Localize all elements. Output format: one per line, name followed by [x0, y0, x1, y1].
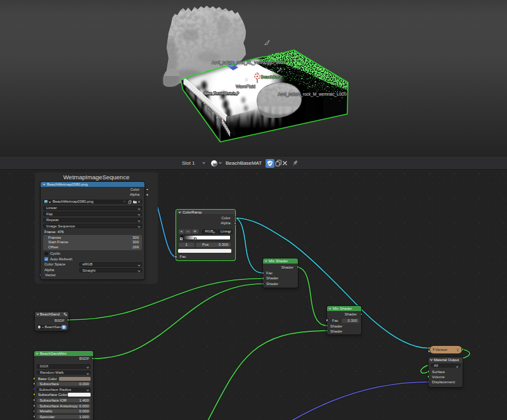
- svg-text:WaveFluid: WaveFluid: [236, 84, 255, 89]
- svg-text:Aset_nature_rock_M_wemraic_L0D: Aset_nature_rock_M_wemraic_L0D0: [278, 92, 347, 97]
- svg-text:BeachBase: BeachBase: [261, 75, 283, 79]
- svg-text:Aset_nature_rock_XL_venrdcgg0_: Aset_nature_rock_XL_venrdcgg0_L0D0: [212, 60, 286, 65]
- svg-text:Wave_ThermalObstacle_P: Wave_ThermalObstacle_P: [204, 91, 239, 95]
